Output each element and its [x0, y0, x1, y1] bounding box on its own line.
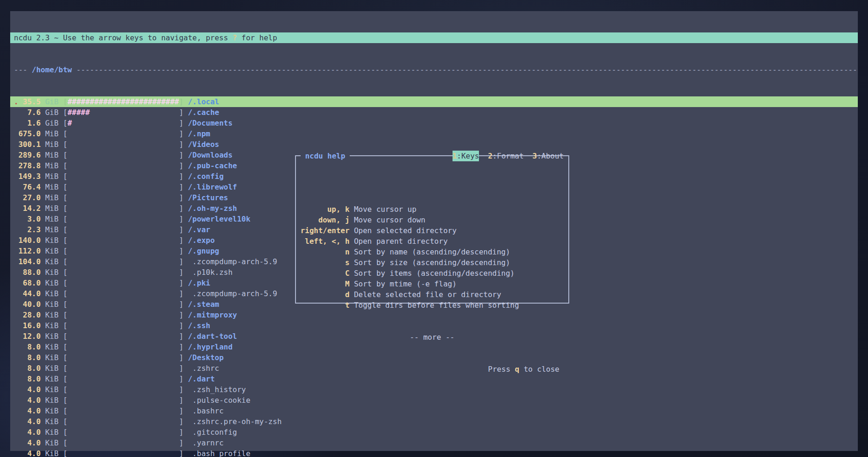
bar-open-bracket: [ [63, 193, 68, 202]
item-size: 28.0 [19, 311, 41, 319]
bar-close-bracket: ] [179, 140, 183, 149]
item-size: 4.0 [19, 396, 41, 405]
item-name: /.steam [183, 300, 219, 309]
bar-close-bracket: ] [179, 321, 183, 330]
bar-open-bracket: [ [63, 289, 68, 298]
file-row[interactable]: . 35.5 GiB [#########################] /… [10, 96, 858, 107]
help-entry-description: Sort by name (ascending/descending) [350, 247, 510, 257]
usage-bar: ##### [68, 108, 179, 117]
usage-bar [68, 374, 179, 383]
help-entry-description: Toggle dirs before files when sorting [350, 300, 519, 311]
file-row[interactable]: 1.6 GiB [# ] /Documents [10, 118, 858, 128]
bar-open-bracket: [ [63, 353, 68, 362]
item-size-unit: KiB [41, 279, 63, 287]
item-size: 44.0 [19, 289, 41, 298]
item-size-unit: MiB [41, 140, 63, 149]
file-row[interactable]: 4.0 KiB [ ] .gitconfig [10, 427, 858, 438]
item-size: 140.0 [19, 236, 41, 245]
help-entry-key: s [296, 257, 350, 268]
usage-bar [68, 428, 179, 437]
item-name: /.dart-tool [183, 332, 237, 341]
item-size-unit: KiB [41, 353, 63, 362]
bar-close-bracket: ] [179, 183, 183, 191]
file-row[interactable]: 4.0 KiB [ ] .zshrc.pre-oh-my-zsh [10, 416, 858, 427]
help-entry: CSort by items (ascending/descending) [296, 268, 568, 279]
bar-open-bracket: [ [63, 311, 68, 319]
bar-open-bracket: [ [63, 417, 68, 426]
item-size-unit: KiB [41, 332, 63, 341]
flag-cell [14, 247, 19, 255]
item-name: .zcompdump-arch-5.9 [183, 257, 277, 266]
item-name: /.npm [183, 129, 210, 138]
flag-cell [14, 268, 19, 277]
flag-cell [14, 151, 19, 159]
item-size: 4.0 [19, 406, 41, 415]
header-bar: ncdu 2.3 ~ Use the arrow keys to navigat… [10, 32, 858, 43]
item-size: 289.6 [19, 151, 41, 159]
app-title: ncdu 2.3 ~ Use the arrow keys to navigat… [14, 33, 233, 42]
bar-close-bracket: ] [179, 225, 183, 234]
file-row[interactable]: 4.0 KiB [ ] .bash_profile [10, 448, 858, 457]
bar-close-bracket: ] [179, 449, 183, 457]
bar-open-bracket: [ [63, 321, 68, 330]
item-size-unit: KiB [41, 268, 63, 277]
flag-cell [14, 406, 19, 415]
bar-close-bracket: ] [179, 353, 183, 362]
usage-bar [68, 364, 179, 373]
bar-open-bracket: [ [63, 204, 68, 213]
tab-about[interactable]: 3:About [533, 151, 564, 161]
flag-cell [14, 417, 19, 426]
item-size-unit: KiB [41, 396, 63, 405]
bar-close-bracket: ] [179, 417, 183, 426]
bar-open-bracket: [ [63, 385, 68, 394]
bar-close-bracket: ] [179, 108, 183, 117]
bar-close-bracket: ] [179, 151, 183, 159]
help-dialog-titlebar: ncdu help 1:Keys2:Format3:About [301, 151, 564, 161]
file-row[interactable]: 4.0 KiB [ ] .yarnrc [10, 438, 858, 448]
flag-cell [14, 161, 19, 170]
item-size: 8.0 [19, 374, 41, 383]
usage-bar [68, 247, 179, 255]
item-size-unit: KiB [41, 406, 63, 415]
bar-open-bracket: [ [63, 119, 68, 127]
file-row[interactable]: 675.0 MiB [ ] /.npm [10, 128, 858, 139]
file-row[interactable]: 300.1 MiB [ ] /Videos [10, 139, 858, 150]
item-name: /.gnupg [183, 247, 219, 255]
help-key-hint: ? [233, 33, 237, 42]
help-entry-key: up, k [296, 204, 350, 215]
bar-open-bracket: [ [63, 129, 68, 138]
bar-open-bracket: [ [63, 428, 68, 437]
bar-close-bracket: ] [179, 385, 183, 394]
bar-close-bracket: ] [179, 129, 183, 138]
file-row[interactable]: 7.6 GiB [##### ] /.cache [10, 107, 858, 118]
usage-bar [68, 129, 179, 138]
usage-bar: # [68, 119, 179, 127]
flag-cell [14, 438, 19, 447]
bar-close-bracket: ] [179, 343, 183, 351]
app-title-suffix: for help [237, 33, 277, 42]
bar-close-bracket: ] [179, 428, 183, 437]
item-size-unit: KiB [41, 343, 63, 351]
usage-bar [68, 204, 179, 213]
bar-close-bracket: ] [179, 374, 183, 383]
flag-cell [14, 225, 19, 234]
item-size-unit: KiB [41, 374, 63, 383]
item-size-unit: KiB [41, 417, 63, 426]
item-size: 112.0 [19, 247, 41, 255]
file-row[interactable]: 4.0 KiB [ ] .pulse-cookie [10, 395, 858, 406]
help-entry: up, kMove cursor up [296, 204, 568, 215]
tab-label: :About [537, 152, 564, 160]
item-name: .zshrc [183, 364, 219, 373]
tab-keys[interactable]: 1:Keys [453, 151, 479, 161]
bar-close-bracket: ] [179, 406, 183, 415]
flag-cell [14, 353, 19, 362]
flag-cell [14, 289, 19, 298]
bar-open-bracket: [ [63, 406, 68, 415]
bar-close-bracket: ] [179, 289, 183, 298]
file-row[interactable]: 4.0 KiB [ ] .bashrc [10, 406, 858, 416]
item-size: 76.4 [19, 183, 41, 191]
tab-label: :Keys [457, 152, 479, 160]
file-row[interactable]: 4.0 KiB [ ] .zsh_history [10, 384, 858, 395]
item-size: 4.0 [19, 449, 41, 457]
tab-format[interactable]: 2:Format [488, 151, 523, 161]
